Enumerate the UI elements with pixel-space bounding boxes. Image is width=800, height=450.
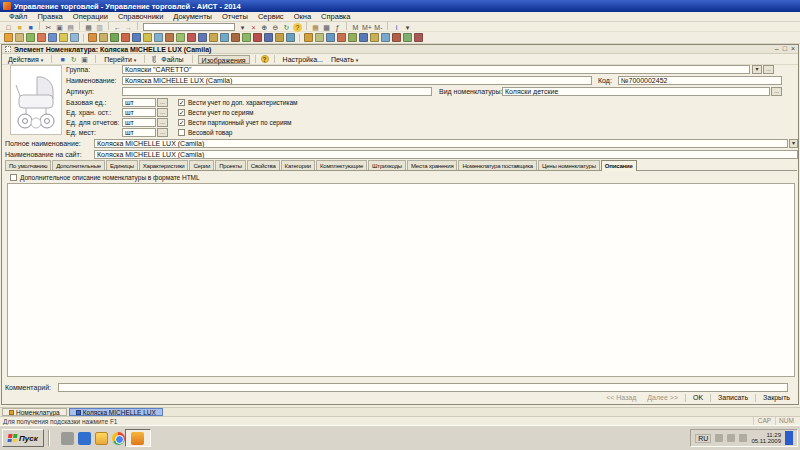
ok-button[interactable]: OK <box>689 393 707 402</box>
tab-projects[interactable]: Проекты <box>215 160 246 170</box>
toolbar-icon[interactable] <box>242 33 251 42</box>
info-icon[interactable]: i <box>392 23 401 32</box>
tab-additional[interactable]: Дополнительные <box>52 160 105 170</box>
comment-field[interactable] <box>58 383 788 392</box>
fullname-dropdown-button[interactable]: ▾ <box>789 139 798 148</box>
places-unit-choose-button[interactable]: ... <box>157 128 168 137</box>
toolbar-icon[interactable] <box>264 33 273 42</box>
toolbar-icon[interactable] <box>4 33 13 42</box>
tab-units[interactable]: Единицы <box>106 160 138 170</box>
base-unit-field[interactable]: шт <box>122 98 156 107</box>
rest-unit-field[interactable]: шт <box>122 108 156 117</box>
code-field[interactable]: №7000002452 <box>618 76 782 85</box>
memory-plus-button[interactable]: M+ <box>362 23 372 32</box>
kind-choose-button[interactable]: ... <box>771 87 782 96</box>
name-field[interactable]: Коляска MICHELLE LUX (Camila) <box>122 76 592 85</box>
open-folder-icon[interactable]: ■ <box>15 23 24 32</box>
copy-icon[interactable]: ▣ <box>55 23 64 32</box>
toolbar-icon[interactable] <box>326 33 335 42</box>
toolbar-icon[interactable] <box>48 33 57 42</box>
close-button[interactable]: Закрыть <box>759 393 794 402</box>
memory-button[interactable]: M <box>351 23 360 32</box>
help-icon[interactable]: ? <box>293 23 302 32</box>
report-unit-choose-button[interactable]: ... <box>157 118 168 127</box>
paste-icon[interactable]: ▤ <box>66 23 75 32</box>
toolbar-icon[interactable] <box>414 33 423 42</box>
toolbar-icon[interactable] <box>176 33 185 42</box>
use-series-checkbox[interactable]: ✓ <box>178 109 185 116</box>
undo-icon[interactable]: ← <box>113 23 122 32</box>
toolbar-icon[interactable] <box>110 33 119 42</box>
batch-series-checkbox[interactable]: ✓ <box>178 119 185 126</box>
active-app-taskbar-button[interactable] <box>125 429 151 447</box>
toolbar-icon[interactable] <box>337 33 346 42</box>
window-maximize-button[interactable]: □ <box>783 45 787 53</box>
tab-categories[interactable]: Категории <box>281 160 315 170</box>
toolbar-icon[interactable] <box>381 33 390 42</box>
toolbar-icon[interactable] <box>15 33 24 42</box>
language-indicator[interactable]: RU <box>695 434 711 443</box>
menu-item-service[interactable]: Сервис <box>253 12 289 21</box>
next-button[interactable]: Далее >> <box>643 393 682 402</box>
files-button[interactable]: Файлы <box>158 55 186 64</box>
printer-tray-icon[interactable] <box>715 434 723 442</box>
toolbar-icon[interactable] <box>154 33 163 42</box>
toolbar-icon[interactable] <box>209 33 218 42</box>
toolbar-icon[interactable] <box>143 33 152 42</box>
tab-default[interactable]: По умолчанию <box>5 160 51 170</box>
back-button[interactable]: << Назад <box>602 393 640 402</box>
settings-button[interactable]: Настройка... <box>280 55 326 64</box>
find-clear-icon[interactable]: × <box>249 23 258 32</box>
memory-minus-button[interactable]: M- <box>374 23 383 32</box>
weight-goods-checkbox[interactable] <box>178 129 185 136</box>
tab-barcodes[interactable]: Штрихкоды <box>368 160 406 170</box>
toolbar-icon[interactable] <box>403 33 412 42</box>
refresh-icon[interactable]: ↻ <box>282 23 291 32</box>
places-unit-field[interactable]: шт <box>122 128 156 137</box>
actions-button[interactable]: Действия ▾ <box>5 55 46 64</box>
tray-icon[interactable] <box>739 434 747 442</box>
save-icon[interactable]: ■ <box>58 55 67 64</box>
toolbar-icon[interactable] <box>392 33 401 42</box>
help-icon[interactable]: ? <box>261 55 269 63</box>
window-minimize-button[interactable]: – <box>775 45 779 53</box>
menu-item-help[interactable]: Справка <box>316 12 355 21</box>
calculator-icon[interactable]: ▩ <box>322 23 331 32</box>
toolbar-icon[interactable] <box>121 33 130 42</box>
clock[interactable]: 11:29 05.11.2009 <box>751 432 781 444</box>
toolbar-icon[interactable] <box>275 33 284 42</box>
toolbar-icon[interactable] <box>165 33 174 42</box>
images-button[interactable]: Изображения <box>198 55 250 64</box>
redo-icon[interactable]: → <box>124 23 133 32</box>
menu-item-file[interactable]: Файл <box>4 12 32 21</box>
toolbar-icon[interactable] <box>253 33 262 42</box>
window-close-button[interactable]: × <box>791 45 795 53</box>
tab-supplier-nomenclature[interactable]: Номенклатура поставщика <box>458 160 537 170</box>
sitename-field[interactable]: Коляска MICHELLE LUX (Camila) <box>94 150 798 159</box>
print-icon[interactable]: ▦ <box>84 23 93 32</box>
folder-icon[interactable] <box>95 432 108 445</box>
cut-icon[interactable]: ✂ <box>44 23 53 32</box>
tab-description[interactable]: Описание <box>601 160 637 171</box>
tab-properties[interactable]: Свойства <box>247 160 280 170</box>
print-button[interactable]: Печать ▾ <box>328 55 361 64</box>
toolbar-icon[interactable] <box>231 33 240 42</box>
tray-icon[interactable] <box>727 434 735 442</box>
preview-icon[interactable]: ▥ <box>95 23 104 32</box>
toolbar-icon[interactable] <box>132 33 141 42</box>
window-tab-nomenclature[interactable]: Номенклатура <box>2 408 67 416</box>
toolbar-icon[interactable] <box>348 33 357 42</box>
toolbar-icon[interactable] <box>198 33 207 42</box>
base-unit-choose-button[interactable]: ... <box>157 98 168 107</box>
toolbar-icon[interactable] <box>70 33 79 42</box>
tab-series[interactable]: Серии <box>189 160 214 170</box>
toolbar-icon[interactable] <box>26 33 35 42</box>
toolbar-icon[interactable] <box>59 33 68 42</box>
reread-icon[interactable]: ↻ <box>69 55 78 64</box>
tab-storage-locations[interactable]: Места хранения <box>407 160 458 170</box>
article-field[interactable] <box>122 87 432 96</box>
utility-app-icon[interactable] <box>61 432 74 445</box>
toolbar-icon[interactable] <box>304 33 313 42</box>
toolbar-icon[interactable] <box>359 33 368 42</box>
window-tab-item[interactable]: Коляска MICHELLE LUX <box>69 408 163 416</box>
